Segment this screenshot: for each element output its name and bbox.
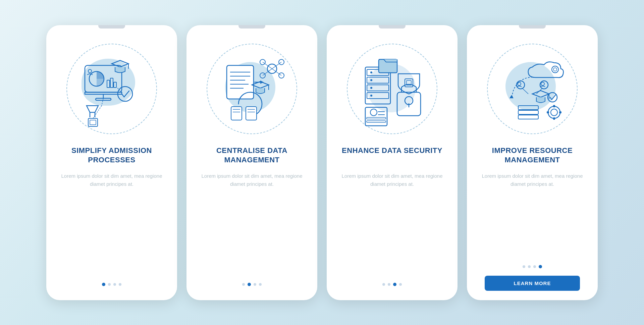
dot-4 [119,283,121,286]
svg-rect-78 [518,115,538,119]
card-content-2: CENTRALISE DATA MANAGEMENT Lorem ipsum d… [186,25,317,300]
dot-3 [254,283,256,286]
svg-marker-9 [112,60,128,67]
dot-1-active [102,283,105,286]
svg-rect-1 [85,92,122,94]
svg-point-67 [553,68,557,71]
dot-2-active [248,283,251,286]
dot-2 [528,265,531,268]
card4-icon [489,45,576,132]
card-content-3: ENHANCE DATA SECURITY Lorem ipsum dolor … [327,25,458,300]
dot-3 [533,265,536,268]
card3-title: ENHANCE DATA SECURITY [342,146,442,166]
dot-4 [399,283,402,286]
card-content-4: IMPROVE RESOURCE MANAGEMENT Lorem ipsum … [467,25,598,300]
svg-point-80 [548,106,560,118]
svg-rect-39 [231,107,242,120]
phone-card-2: CENTRALISE DATA MANAGEMENT Lorem ipsum d… [186,25,317,300]
svg-marker-74 [532,91,549,97]
svg-rect-20 [227,65,254,99]
illustration-4 [482,39,583,139]
svg-point-81 [551,109,557,116]
card2-title: CENTRALISE DATA MANAGEMENT [196,146,308,166]
card2-description: Lorem ipsum dolor sit dim amet, mea regi… [196,172,308,188]
dot-4 [259,283,262,286]
phone-card-3: ENHANCE DATA SECURITY Lorem ipsum dolor … [327,25,458,300]
card1-dots [102,283,121,286]
card3-icon [348,45,436,132]
svg-rect-42 [246,107,257,120]
card3-description: Lorem ipsum dolor sit dim amet, mea regi… [336,172,448,188]
dot-3 [113,283,116,286]
svg-rect-83 [553,117,555,120]
card-content-1: SIMPLIFY ADMISSION PROCESSES Lorem ipsum… [46,25,177,300]
svg-rect-82 [553,105,555,107]
card4-description: Lorem ipsum dolor sit dim amet, mea regi… [476,172,588,188]
svg-marker-79 [509,95,514,98]
card2-dots [242,283,262,286]
svg-point-52 [370,87,372,89]
svg-rect-47 [367,77,389,83]
dot-1 [242,283,245,286]
svg-rect-5 [107,80,110,88]
svg-line-17 [102,98,103,106]
card1-description: Lorem ipsum dolor sit dim amet, mea regi… [56,172,168,188]
dot-2 [388,283,390,286]
card4-title: IMPROVE RESOURCE MANAGEMENT [476,146,588,166]
svg-rect-7 [114,82,116,88]
dot-1 [382,283,385,286]
svg-rect-49 [367,93,389,99]
svg-line-72 [522,88,528,94]
dot-4-active [539,265,542,268]
svg-point-66 [552,66,558,73]
svg-point-8 [88,69,92,73]
phone-card-1: SIMPLIFY ADMISSION PROCESSES Lorem ipsum… [46,25,177,300]
card3-dots [382,283,402,286]
svg-rect-48 [367,85,389,91]
card1-icon [68,45,155,132]
illustration-2 [202,39,302,139]
illustration-1 [61,39,162,139]
card1-title: SIMPLIFY ADMISSION PROCESSES [56,146,168,166]
svg-rect-77 [518,110,538,114]
svg-point-51 [370,79,372,81]
dot-2 [108,283,111,286]
phone-card-4: IMPROVE RESOURCE MANAGEMENT Lorem ipsum … [467,25,598,300]
learn-more-button[interactable]: LEARN MORE [485,276,580,291]
svg-point-50 [370,71,372,73]
cards-container: SIMPLIFY ADMISSION PROCESSES Lorem ipsum… [33,12,611,314]
dot-1 [523,265,525,268]
card4-dots [523,265,542,268]
svg-rect-59 [367,117,386,119]
dot-3-active [393,283,396,286]
svg-rect-16 [90,120,96,125]
svg-rect-84 [547,111,549,113]
svg-point-71 [541,82,544,86]
svg-rect-15 [88,118,98,126]
svg-rect-64 [405,79,413,87]
svg-rect-60 [367,121,386,122]
svg-rect-76 [518,106,538,110]
svg-marker-12 [87,106,98,112]
svg-rect-6 [110,78,113,88]
svg-rect-85 [559,111,561,113]
svg-point-53 [370,95,372,97]
illustration-3 [342,39,442,139]
card2-icon [208,45,296,132]
svg-point-56 [370,109,377,116]
